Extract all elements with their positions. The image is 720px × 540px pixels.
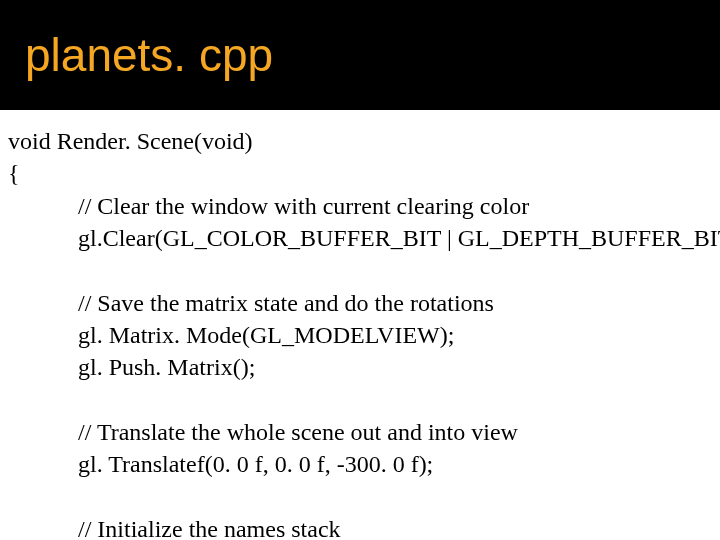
code-line: // Initialize the names stack bbox=[8, 513, 712, 540]
code-line: gl. Push. Matrix(); bbox=[8, 351, 712, 383]
code-line: // Clear the window with current clearin… bbox=[8, 190, 712, 222]
code-line: // Save the matrix state and do the rota… bbox=[8, 287, 712, 319]
blank-line bbox=[8, 384, 712, 416]
blank-line bbox=[8, 481, 712, 513]
blank-line bbox=[8, 255, 712, 287]
code-line: // Translate the whole scene out and int… bbox=[8, 416, 712, 448]
slide-title-bar: planets. cpp bbox=[0, 0, 720, 110]
slide-title: planets. cpp bbox=[25, 28, 273, 82]
code-line: void Render. Scene(void) bbox=[8, 125, 712, 157]
code-line: gl.Clear(GL_COLOR_BUFFER_BIT | GL_DEPTH_… bbox=[8, 222, 712, 254]
code-line: gl. Translatef(0. 0 f, 0. 0 f, -300. 0 f… bbox=[8, 448, 712, 480]
code-line: gl. Matrix. Mode(GL_MODELVIEW); bbox=[8, 319, 712, 351]
code-line: { bbox=[8, 157, 712, 189]
code-block: void Render. Scene(void) { // Clear the … bbox=[0, 110, 720, 540]
